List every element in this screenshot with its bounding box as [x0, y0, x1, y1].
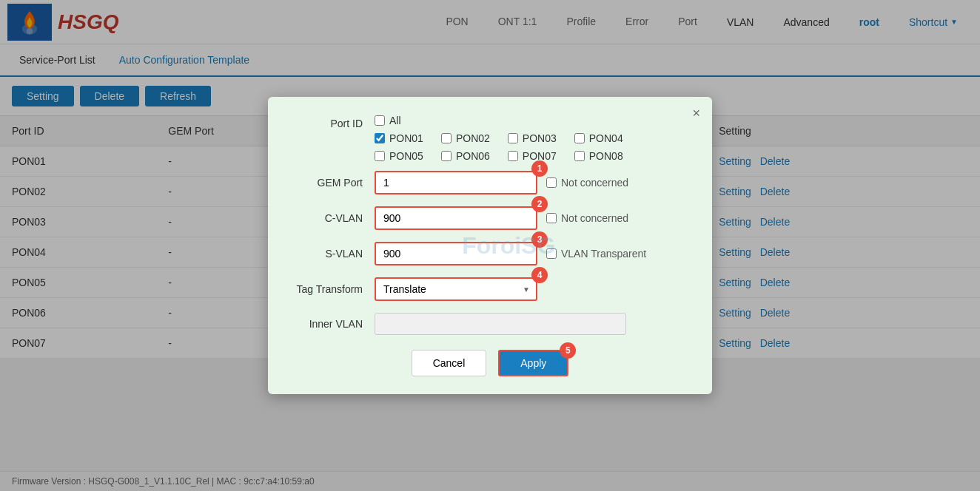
gem-port-badge: 1	[531, 160, 548, 177]
port-id-row: Port ID All PON01 PON02	[286, 115, 694, 162]
modal-close-button[interactable]: ×	[692, 106, 700, 121]
port-id-checkboxes: All PON01 PON02 PON03	[375, 115, 623, 162]
gem-port-label: GEM Port	[286, 177, 375, 189]
pon06-label[interactable]: PON06	[441, 150, 490, 162]
all-label: All	[389, 115, 401, 126]
cvlan-badge: 2	[531, 196, 548, 212]
tag-transform-wrapper: Translate Transparent Tag Untag 4	[375, 277, 537, 301]
pon07-checkbox[interactable]	[508, 151, 518, 161]
pon07-label[interactable]: PON07	[508, 150, 557, 162]
cvlan-input-wrapper: 2	[375, 206, 537, 230]
pon08-label[interactable]: PON08	[574, 150, 623, 162]
svlan-label: S-VLAN	[286, 248, 375, 260]
not-concerned-1-label[interactable]: Not concerned	[546, 177, 628, 189]
svlan-row: S-VLAN 3 VLAN Transparent	[286, 242, 694, 265]
pon03-label[interactable]: PON03	[508, 132, 557, 144]
cvlan-row: C-VLAN 2 Not concerned ForoiSG	[286, 206, 694, 230]
not-concerned-2-text: Not concerned	[561, 212, 628, 224]
pon01-checkbox[interactable]	[375, 133, 385, 143]
svlan-input-wrapper: 3	[375, 242, 537, 265]
cvlan-input[interactable]	[375, 206, 537, 230]
pon06-checkbox[interactable]	[441, 151, 452, 161]
pon05-checkbox[interactable]	[375, 151, 385, 161]
tag-transform-row: Tag Transform Translate Transparent Tag …	[286, 277, 694, 301]
tag-transform-badge: 4	[531, 267, 548, 283]
vlan-transparent-text: VLAN Transparent	[561, 248, 646, 260]
vlan-transparent-label[interactable]: VLAN Transparent	[546, 248, 646, 260]
gem-port-input[interactable]	[375, 171, 537, 194]
apply-button[interactable]: Apply 5	[498, 350, 568, 376]
gem-port-row: GEM Port 1 Not concerned	[286, 171, 694, 194]
pon02-label[interactable]: PON02	[441, 132, 490, 144]
tag-transform-select[interactable]: Translate Transparent Tag Untag	[375, 277, 537, 301]
modal-footer: Cancel Apply 5	[286, 350, 694, 376]
pon01-label[interactable]: PON01	[375, 132, 423, 144]
not-concerned-1-checkbox[interactable]	[546, 177, 557, 188]
pon08-checkbox[interactable]	[574, 151, 585, 161]
vlan-transparent-checkbox[interactable]	[546, 248, 557, 259]
port-id-label: Port ID	[286, 115, 375, 129]
modal-overlay: × Port ID All PON01	[0, 0, 980, 491]
all-checkbox-label[interactable]: All	[375, 115, 401, 126]
pon05-label[interactable]: PON05	[375, 150, 423, 162]
tag-transform-label: Tag Transform	[286, 283, 375, 295]
pon04-checkbox[interactable]	[574, 133, 585, 143]
modal-dialog: × Port ID All PON01	[268, 97, 712, 394]
pon02-checkbox[interactable]	[441, 133, 452, 143]
pon04-label[interactable]: PON04	[574, 132, 623, 144]
all-checkbox[interactable]	[375, 115, 385, 126]
svlan-badge: 3	[531, 231, 548, 248]
pon03-checkbox[interactable]	[508, 133, 518, 143]
not-concerned-2-label[interactable]: Not concerned	[546, 212, 628, 224]
inner-vlan-label: Inner VLAN	[286, 318, 375, 330]
svlan-input[interactable]	[375, 242, 537, 265]
inner-vlan-row: Inner VLAN	[286, 313, 694, 335]
cvlan-label: C-VLAN	[286, 212, 375, 224]
not-concerned-1-text: Not concerned	[561, 177, 628, 189]
gem-port-input-wrapper: 1	[375, 171, 537, 194]
apply-badge: 5	[560, 342, 576, 359]
cancel-button[interactable]: Cancel	[412, 350, 487, 376]
inner-vlan-input	[375, 313, 626, 335]
not-concerned-2-checkbox[interactable]	[546, 213, 557, 223]
